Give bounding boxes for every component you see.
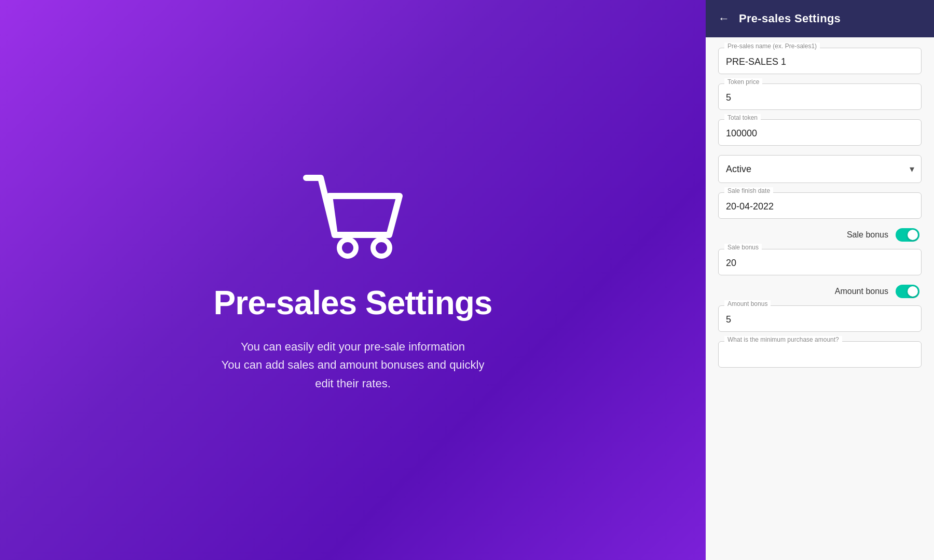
presales-name-input[interactable] [718, 48, 922, 74]
amount-bonus-toggle[interactable] [896, 285, 919, 298]
back-button[interactable]: ← [718, 12, 730, 25]
total-token-field: Total token [718, 119, 922, 146]
sale-bonus-input[interactable] [718, 249, 922, 275]
cart-icon [301, 167, 405, 263]
left-panel: Pre-sales Settings You can easily edit y… [0, 0, 706, 560]
min-purchase-input[interactable] [718, 341, 922, 368]
amount-bonus-toggle-track [896, 285, 919, 298]
left-subtitle: You can easily edit your pre-sale inform… [222, 338, 485, 393]
sale-finish-date-field: Sale finish date [718, 192, 922, 219]
total-token-input[interactable] [718, 119, 922, 146]
amount-bonus-input[interactable] [718, 305, 922, 332]
amount-bonus-field: Amount bonus [718, 305, 922, 332]
presales-name-field: Pre-sales name (ex. Pre-sales1) [718, 48, 922, 74]
amount-bonus-toggle-thumb [908, 286, 918, 297]
sale-bonus-toggle-row: Sale bonus [718, 228, 922, 242]
amount-bonus-toggle-label: Amount bonus [835, 287, 888, 296]
min-purchase-field: What is the minimum purchase amount? [718, 341, 922, 368]
sale-bonus-toggle[interactable] [896, 228, 919, 242]
status-dropdown-wrapper: Active Inactive Pending ▾ [718, 155, 922, 183]
left-title: Pre-sales Settings [214, 284, 492, 322]
panel-body: Pre-sales name (ex. Pre-sales1) Token pr… [706, 37, 934, 560]
amount-bonus-toggle-row: Amount bonus [718, 285, 922, 298]
sale-finish-date-input[interactable] [718, 192, 922, 219]
panel-title: Pre-sales Settings [739, 12, 841, 25]
token-price-field: Token price [718, 83, 922, 110]
sale-bonus-toggle-label: Sale bonus [847, 230, 888, 240]
sale-bonus-toggle-track [896, 228, 919, 242]
token-price-input[interactable] [718, 83, 922, 110]
panel-header: ← Pre-sales Settings [706, 0, 934, 37]
status-select[interactable]: Active Inactive Pending [718, 155, 922, 183]
right-panel: ← Pre-sales Settings Pre-sales name (ex.… [706, 0, 934, 560]
sale-bonus-toggle-thumb [908, 230, 918, 240]
svg-point-1 [373, 240, 390, 256]
svg-point-0 [339, 240, 356, 256]
sale-bonus-field: Sale bonus [718, 249, 922, 275]
